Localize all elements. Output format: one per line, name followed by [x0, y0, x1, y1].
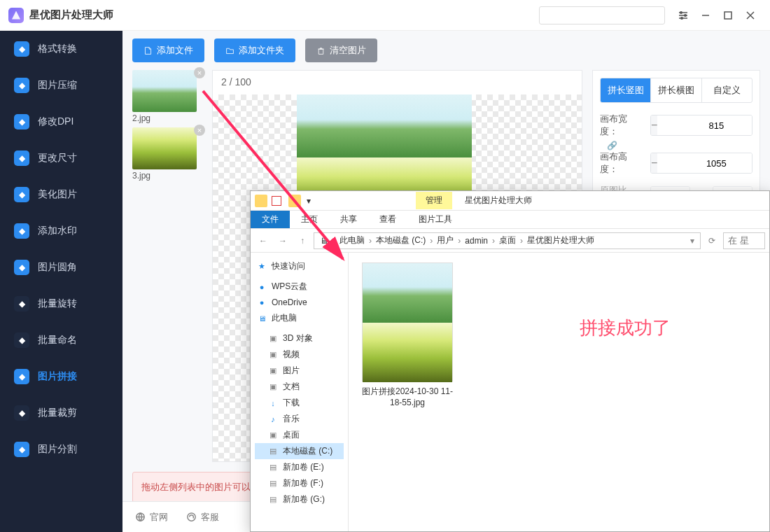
tree-label: 视频 — [283, 349, 300, 360]
explorer-menu-4[interactable]: 图片工具 — [407, 211, 463, 228]
tree-icon: ♪ — [267, 414, 279, 425]
sidebar-icon: ◆ — [14, 223, 29, 239]
canvas-height-input[interactable] — [657, 153, 752, 173]
add-folder-button[interactable]: 添加文件夹 — [214, 38, 295, 62]
sidebar-item-6[interactable]: ◆图片圆角 — [0, 249, 122, 286]
explorer-menu-2[interactable]: 共享 — [329, 211, 368, 228]
tree-node-11[interactable]: ▤本地磁盘 (C:) — [255, 443, 344, 459]
sidebar-item-11[interactable]: ◆图片分割 — [0, 431, 122, 468]
tree-label: 新加卷 (E:) — [283, 461, 324, 473]
tree-node-8[interactable]: ↓下载 — [255, 395, 344, 411]
tree-node-7[interactable]: ▣文档 — [255, 379, 344, 395]
tree-node-0[interactable]: ★快速访问 — [255, 258, 344, 274]
tree-icon: ▣ — [267, 349, 279, 360]
explorer-window: ▾ 管理 星优图片处理大师 文件主页共享查看图片工具 ← → ↑ 🖥 ›此电脑›… — [250, 190, 770, 532]
tab-custom[interactable]: 自定义 — [701, 78, 752, 102]
sidebar-item-9[interactable]: ◆图片拼接 — [0, 358, 122, 395]
tree-node-12[interactable]: ▤新加卷 (E:) — [255, 459, 344, 475]
sidebar-item-5[interactable]: ◆添加水印 — [0, 213, 122, 249]
sidebar-item-label: 批量命名 — [38, 334, 77, 346]
sidebar-item-label: 图片压缩 — [38, 79, 77, 92]
tree-node-4[interactable]: ▣3D 对象 — [255, 330, 344, 346]
close-button[interactable] — [739, 4, 762, 27]
sidebar-icon: ◆ — [14, 114, 29, 130]
sidebar-icon: ◆ — [14, 150, 29, 166]
folder-icon — [255, 195, 267, 207]
sidebar-item-3[interactable]: ◆更改尺寸 — [0, 140, 122, 176]
crumb-0[interactable]: 此电脑 — [337, 234, 368, 246]
nav-back-button[interactable]: ← — [255, 232, 272, 249]
canvas-height-stepper[interactable]: − + — [650, 153, 752, 174]
crumb-3[interactable]: admin — [462, 236, 491, 246]
tree-node-5[interactable]: ▣视频 — [255, 346, 344, 363]
tree-node-14[interactable]: ▤新加卷 (G:) — [255, 491, 344, 507]
sidebar-icon: ◆ — [14, 41, 29, 57]
explorer-menu-3[interactable]: 查看 — [368, 211, 407, 228]
sidebar-item-1[interactable]: ◆图片压缩 — [0, 67, 122, 104]
refresh-button[interactable]: ⟳ — [704, 232, 720, 249]
tree-node-2[interactable]: ●OneDrive — [255, 295, 344, 310]
tree-icon: ▤ — [267, 478, 279, 489]
tree-icon: ★ — [256, 261, 267, 272]
tab-horizontal[interactable]: 拼长横图 — [650, 78, 701, 102]
canvas-width-stepper[interactable]: − + — [650, 115, 752, 136]
tree-label: 图片 — [283, 365, 300, 377]
tree-label: WPS云盘 — [272, 281, 307, 293]
file-thumb[interactable]: ×2.jpg — [132, 70, 202, 123]
crumb-4[interactable]: 桌面 — [496, 234, 519, 246]
explorer-file-item[interactable]: 图片拼接2024-10-30 11-18-55.jpg — [358, 262, 456, 407]
sidebar-item-label: 更改尺寸 — [38, 152, 77, 164]
canvas-width-input[interactable] — [657, 115, 752, 135]
sidebar-item-0[interactable]: ◆格式转换 — [0, 31, 122, 67]
tree-node-13[interactable]: ▤新加卷 (F:) — [255, 475, 344, 491]
nav-up-button[interactable]: ↑ — [294, 232, 311, 249]
tree-icon: ▣ — [267, 382, 279, 393]
crumb-5[interactable]: 星优图片处理大师 — [524, 234, 597, 246]
sidebar-item-10[interactable]: ◆批量裁剪 — [0, 395, 122, 431]
sidebar-item-2[interactable]: ◆修改DPI — [0, 104, 122, 140]
nav-forward-button[interactable]: → — [274, 232, 291, 249]
checkbox-icon[interactable] — [272, 196, 281, 206]
clear-button[interactable]: 清空图片 — [305, 38, 377, 62]
footer-support-link[interactable]: 客服 — [186, 511, 219, 524]
remove-file-button[interactable]: × — [194, 125, 205, 136]
maximize-button[interactable] — [717, 4, 739, 27]
tree-node-3[interactable]: 🖥此电脑 — [255, 310, 344, 326]
crumb-1[interactable]: 本地磁盘 (C:) — [373, 234, 428, 246]
canvas-height-label: 画布高度： — [600, 150, 645, 176]
tree-icon: ▣ — [267, 365, 279, 377]
sidebar-item-7[interactable]: ◆批量旋转 — [0, 286, 122, 322]
height-minus[interactable]: − — [651, 153, 657, 173]
file-thumbnail — [362, 262, 453, 382]
titlebar-search-input[interactable] — [539, 6, 665, 24]
explorer-manage-tab[interactable]: 管理 — [416, 192, 452, 209]
minimize-button[interactable] — [694, 4, 717, 27]
footer-site-link[interactable]: 官网 — [135, 511, 168, 524]
tree-node-10[interactable]: ▣桌面 — [255, 427, 344, 443]
tree-node-6[interactable]: ▣图片 — [255, 363, 344, 379]
remove-file-button[interactable]: × — [194, 67, 205, 78]
tree-node-1[interactable]: ●WPS云盘 — [255, 279, 344, 295]
sidebar-icon: ◆ — [14, 260, 29, 275]
explorer-menu-1[interactable]: 主页 — [290, 211, 329, 228]
tree-icon: ● — [256, 281, 267, 293]
breadcrumb[interactable]: 🖥 ›此电脑›本地磁盘 (C:)›用户›admin›桌面›星优图片处理大师▾ — [314, 232, 701, 249]
add-file-button[interactable]: 添加文件 — [132, 38, 204, 62]
explorer-menu-0[interactable]: 文件 — [251, 211, 290, 228]
explorer-menubar: 文件主页共享查看图片工具 — [251, 211, 769, 229]
sidebar-icon: ◆ — [14, 442, 29, 457]
crumb-dropdown-icon[interactable]: ▾ — [687, 236, 697, 246]
width-minus[interactable]: − — [651, 115, 657, 135]
explorer-search-input[interactable] — [723, 232, 765, 249]
tree-label: 音乐 — [283, 413, 300, 425]
tree-label: 新加卷 (G:) — [283, 493, 325, 505]
sidebar-item-8[interactable]: ◆批量命名 — [0, 322, 122, 358]
crumb-2[interactable]: 用户 — [434, 234, 456, 246]
tree-node-9[interactable]: ♪音乐 — [255, 411, 344, 427]
explorer-files-area[interactable]: 图片拼接2024-10-30 11-18-55.jpg 拼接成功了 — [349, 253, 769, 531]
file-thumb[interactable]: ×3.jpg — [132, 127, 202, 181]
sidebar-item-4[interactable]: ◆美化图片 — [0, 176, 122, 213]
settings-icon[interactable] — [672, 4, 694, 27]
sidebar-item-label: 图片圆角 — [38, 261, 77, 274]
tab-vertical[interactable]: 拼长竖图 — [601, 78, 650, 102]
